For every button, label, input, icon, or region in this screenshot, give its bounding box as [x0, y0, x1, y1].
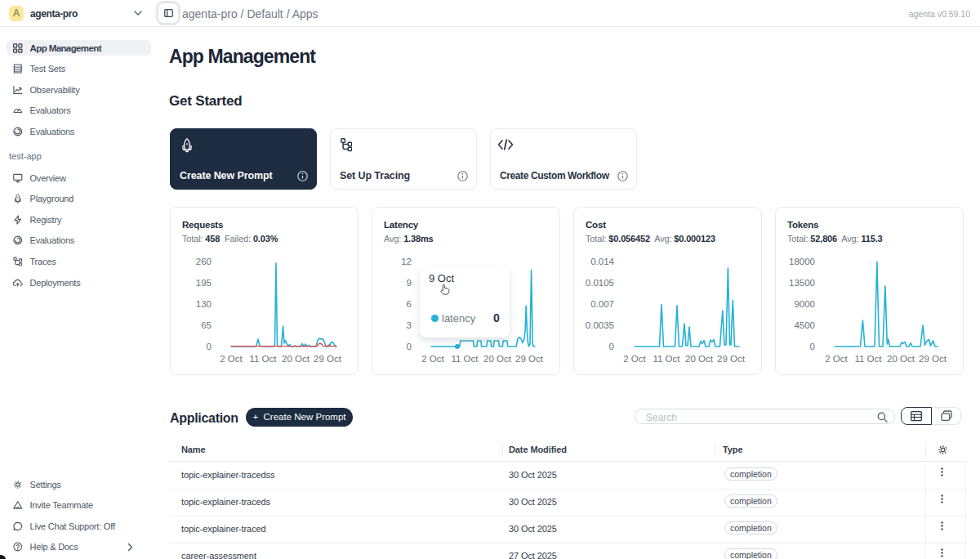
svg-text:4500: 4500 [794, 320, 815, 330]
svg-text:0.007: 0.007 [590, 299, 614, 309]
svg-text:130: 130 [196, 299, 212, 309]
svg-text:260: 260 [196, 257, 212, 266]
svg-text:9: 9 [407, 278, 412, 288]
svg-text:9000: 9000 [794, 299, 815, 309]
svg-text:2 Oct: 2 Oct [825, 354, 848, 364]
svg-text:20 Oct: 20 Oct [483, 354, 512, 364]
svg-text:0.0035: 0.0035 [586, 320, 614, 330]
svg-text:0.0105: 0.0105 [586, 278, 614, 288]
svg-text:0: 0 [407, 342, 412, 351]
svg-text:18000: 18000 [789, 257, 815, 266]
svg-text:65: 65 [201, 320, 212, 330]
svg-text:0: 0 [609, 342, 614, 351]
svg-text:20 Oct: 20 Oct [887, 354, 915, 364]
svg-text:29 Oct: 29 Oct [919, 354, 947, 364]
svg-text:195: 195 [196, 278, 212, 288]
svg-text:0: 0 [810, 342, 815, 351]
svg-text:2 Oct: 2 Oct [220, 354, 243, 364]
svg-text:0.014: 0.014 [590, 257, 614, 266]
svg-text:11 Oct: 11 Oct [451, 354, 479, 364]
svg-text:6: 6 [407, 299, 412, 309]
svg-text:29 Oct: 29 Oct [717, 354, 746, 364]
svg-text:29 Oct: 29 Oct [314, 354, 342, 364]
svg-text:29 Oct: 29 Oct [515, 354, 544, 364]
svg-text:11 Oct: 11 Oct [249, 354, 277, 364]
svg-text:0: 0 [207, 342, 212, 351]
svg-text:20 Oct: 20 Oct [685, 354, 714, 364]
svg-text:12: 12 [401, 257, 412, 266]
svg-text:11 Oct: 11 Oct [854, 354, 882, 364]
svg-text:2 Oct: 2 Oct [421, 354, 444, 364]
svg-text:20 Oct: 20 Oct [282, 354, 310, 364]
svg-text:13500: 13500 [789, 278, 815, 288]
svg-text:11 Oct: 11 Oct [653, 354, 680, 364]
svg-text:2 Oct: 2 Oct [623, 354, 646, 364]
svg-text:3: 3 [407, 320, 412, 330]
